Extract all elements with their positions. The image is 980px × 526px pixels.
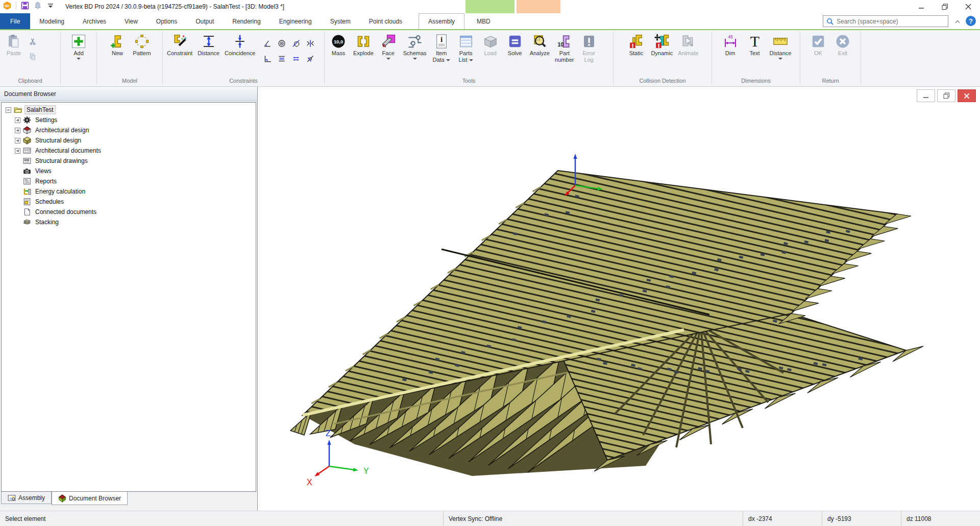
quick-access-toolbar (3, 2, 55, 10)
status-dx: dx -2374 (743, 511, 822, 526)
add-icon (71, 34, 86, 49)
search-input[interactable] (837, 18, 945, 25)
tab-rendering[interactable]: Rendering (223, 13, 270, 29)
face-icon (381, 34, 396, 49)
collapse-expander[interactable] (6, 107, 11, 113)
collapse-ribbon-chevron-icon[interactable] (953, 17, 962, 26)
static-collision-icon (628, 34, 644, 49)
tree-item-reports[interactable]: Reports (2, 176, 256, 186)
tab-view[interactable]: View (115, 13, 147, 29)
distance-measure-button[interactable]: Distance (768, 32, 794, 60)
app-logo-icon[interactable] (3, 2, 11, 10)
tree-item-architectural-design[interactable]: Architectural design (2, 125, 256, 135)
part-number-button[interactable]: Part number (553, 32, 576, 63)
tab-output[interactable]: Output (186, 13, 223, 29)
mass-icon (331, 34, 346, 49)
coincidence-icon (232, 34, 248, 49)
tree-item-connected-documents[interactable]: Connected documents (2, 207, 256, 217)
tab-assembly[interactable]: Assembly (419, 13, 464, 29)
parallel-constraint-button[interactable] (276, 53, 288, 65)
new-model-icon (110, 34, 125, 49)
ribbon-group-add: Add (61, 30, 96, 86)
expand-expander[interactable] (15, 148, 20, 154)
static-collision-button[interactable]: Static (624, 32, 648, 57)
solve-button[interactable]: Solve (503, 32, 527, 57)
mass-button[interactable]: Mass (327, 32, 350, 57)
axis-x-label: X (307, 478, 312, 487)
panel-tab-assembly[interactable]: Assembly (1, 492, 52, 504)
panel-tab-document-browser[interactable]: Document Browser (52, 492, 128, 505)
constraint-button[interactable]: Constraint (165, 32, 194, 57)
explode-button[interactable]: Explode (351, 32, 376, 57)
tree-item-architectural-documents[interactable]: Architectural documents (2, 146, 256, 156)
tree-item-energy-calculation[interactable]: Energy calculation (2, 186, 256, 197)
tab-system[interactable]: System (321, 13, 360, 29)
close-button[interactable] (957, 0, 980, 13)
copy-icon (29, 53, 37, 61)
concentric-constraint-button[interactable] (276, 37, 288, 50)
exit-button: Exit (831, 32, 854, 57)
analyze-button[interactable]: Analyze (528, 32, 552, 57)
expand-expander[interactable] (15, 138, 20, 144)
tree-item-salahtest[interactable]: SalahTest (2, 105, 256, 115)
tab-mbd[interactable]: MBD (468, 13, 500, 29)
animate-icon (680, 34, 696, 49)
symmetry-constraint-icon (306, 39, 314, 47)
add-button[interactable]: Add (67, 32, 90, 60)
document-minimize-button[interactable] (917, 89, 935, 102)
tab-point-clouds[interactable]: Point clouds (360, 13, 411, 29)
angle-constraint-icon (263, 39, 272, 47)
architectural-documents-icon (23, 147, 31, 155)
pattern-button[interactable]: Pattern (130, 32, 154, 57)
parts-list-button[interactable]: Parts List (454, 32, 478, 63)
coincidence-button[interactable]: Coincidence (223, 32, 258, 57)
minimize-button[interactable] (910, 0, 933, 13)
error-log-button: Error Log (577, 32, 601, 63)
expand-expander[interactable] (15, 128, 20, 133)
symmetry-constraint-button[interactable] (304, 37, 316, 50)
dynamic-collision-button[interactable]: Dynamic (649, 32, 675, 57)
solve-icon (507, 34, 523, 49)
text-button[interactable]: Text (743, 32, 767, 57)
skew-constraint-icon (306, 55, 314, 63)
equal-constraint-button[interactable] (290, 53, 302, 65)
distance-constraint-button[interactable]: Distance (195, 32, 222, 57)
schemas-button[interactable]: Schemas (401, 32, 429, 60)
tree-item-structural-drawings[interactable]: Structural drawings (2, 156, 256, 166)
tab-engineering[interactable]: Engineering (270, 13, 321, 29)
skew-constraint-button[interactable] (304, 53, 316, 65)
new-button[interactable]: New (106, 32, 129, 57)
perpendicular-constraint-button[interactable] (261, 53, 274, 65)
notifications-bell-icon[interactable] (34, 2, 42, 10)
schemas-icon (407, 34, 423, 49)
ok-check-icon (811, 34, 826, 49)
document-close-button[interactable] (958, 89, 976, 102)
help-button[interactable]: ? (966, 16, 976, 26)
tab-modeling[interactable]: Modeling (30, 13, 74, 29)
3d-viewport[interactable]: ZYX (258, 87, 980, 511)
restore-button[interactable] (933, 0, 957, 13)
tab-archives[interactable]: Archives (74, 13, 115, 29)
item-data-button[interactable]: Item Data (430, 32, 453, 63)
document-restore-button[interactable] (937, 89, 955, 102)
axis-z-label: Z (326, 429, 331, 438)
tree-item-views[interactable]: Views (2, 166, 256, 176)
ribbon-group-dimensions: Dim Text Distance Dimensions (712, 30, 800, 86)
part-number-icon (557, 34, 572, 49)
tree-item-schedules[interactable]: Schedules (2, 197, 256, 207)
angle-constraint-button[interactable] (261, 37, 274, 50)
search-icon (826, 18, 834, 25)
animate-button: Animate (676, 32, 700, 57)
tree-item-settings[interactable]: Settings (2, 115, 256, 125)
face-button[interactable]: Face (377, 32, 400, 60)
customize-toolbar-icon[interactable] (46, 2, 55, 10)
save-icon[interactable] (21, 2, 29, 10)
tree-item-structural-design[interactable]: Structural design (2, 135, 256, 146)
tangent-constraint-button[interactable] (290, 37, 302, 50)
tab-file[interactable]: File (0, 13, 30, 29)
expand-expander[interactable] (15, 117, 20, 123)
tab-options[interactable]: Options (147, 13, 186, 29)
dim-button[interactable]: Dim (719, 32, 742, 57)
tree-item-stacking[interactable]: Stacking (2, 217, 256, 227)
parts-list-icon (458, 34, 474, 49)
